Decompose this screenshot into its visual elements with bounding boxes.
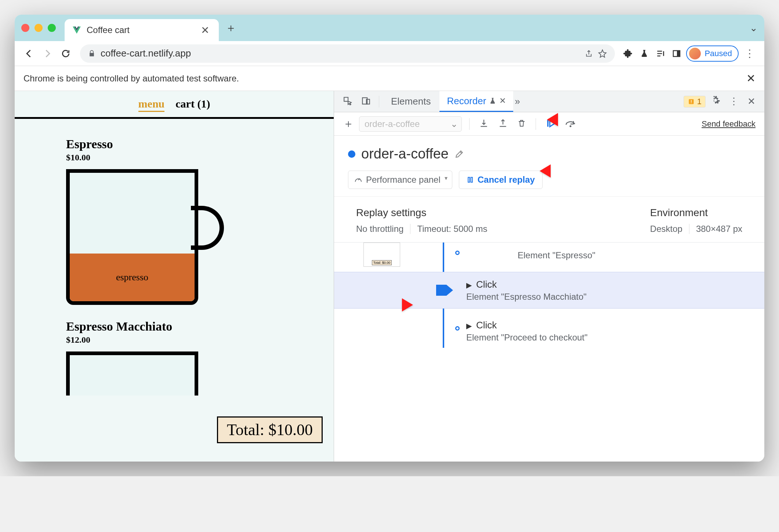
gear-icon[interactable]	[707, 95, 724, 108]
product-macchiato: Espresso Macchiato $12.00	[15, 309, 334, 396]
delete-icon[interactable]	[515, 119, 528, 129]
browser-toolbar: coffee-cart.netlify.app Paused ⋮	[15, 41, 764, 66]
back-button[interactable]	[21, 46, 37, 61]
nav-cart[interactable]: cart (1)	[175, 98, 210, 112]
devtools-menu-icon[interactable]: ⋮	[725, 96, 742, 107]
performance-panel-button[interactable]: Performance panel	[348, 171, 447, 189]
total-badge[interactable]: Total: $10.00	[217, 416, 323, 443]
more-tabs-icon[interactable]: »	[515, 96, 520, 107]
viewport-value[interactable]: 380×487 px	[689, 224, 742, 234]
side-panel-icon[interactable]	[670, 47, 683, 60]
recording-selector[interactable]: order-a-coffee	[359, 116, 462, 132]
device-value[interactable]: Desktop	[650, 224, 682, 234]
cup-fill-label: espresso	[70, 254, 195, 301]
svg-text:!: !	[691, 99, 692, 104]
pause-icon	[467, 176, 474, 183]
expand-icon[interactable]: ▶	[466, 281, 472, 289]
bookmark-star-icon[interactable]	[598, 49, 607, 58]
replay-button[interactable]	[543, 118, 558, 130]
browser-tab[interactable]: Coffee cart ✕	[65, 19, 219, 41]
step-row[interactable]: Total: $0.00 Element "Espresso"	[349, 243, 764, 272]
export-icon[interactable]	[477, 119, 491, 130]
step-marker	[455, 251, 460, 255]
environment-heading: Environment	[650, 207, 742, 219]
automation-infobar: Chrome is being controlled by automated …	[15, 66, 764, 91]
recorder-toolbar: ＋ order-a-coffee Send feedback	[334, 112, 764, 136]
tab-overflow-button[interactable]: ⌄	[750, 22, 758, 34]
reload-button[interactable]	[58, 46, 73, 61]
edit-icon[interactable]	[454, 149, 464, 159]
issues-badge[interactable]: ! 1	[684, 96, 706, 108]
flask-icon	[489, 97, 496, 105]
devtools-close-icon[interactable]: ✕	[744, 96, 759, 107]
url-text: coffee-cart.netlify.app	[101, 48, 580, 59]
content-split: menu cart (1) Espresso $10.00 espresso E…	[15, 91, 764, 462]
product-name: Espresso Macchiato	[66, 320, 334, 334]
warning-icon: !	[688, 98, 695, 105]
tab-elements[interactable]: Elements	[384, 91, 438, 112]
expand-icon[interactable]: ▶	[466, 321, 472, 330]
replay-settings-heading: Replay settings	[356, 207, 488, 219]
tab-close-icon[interactable]: ✕	[199, 24, 211, 36]
recording-steps: Total: $0.00 Element "Espresso" ▶Click E…	[334, 243, 764, 348]
forward-button[interactable]	[40, 46, 55, 61]
gauge-icon	[354, 176, 362, 184]
lock-icon	[88, 50, 95, 57]
window-maximize-button[interactable]	[48, 24, 56, 32]
timeout-value[interactable]: Timeout: 5000 ms	[410, 224, 487, 234]
reading-list-icon[interactable]	[654, 47, 667, 60]
tab-recorder[interactable]: Recorder ✕	[439, 91, 513, 112]
infobar-close-icon[interactable]: ✕	[746, 72, 756, 85]
tab-title: Coffee cart	[87, 25, 193, 35]
step-over-icon[interactable]	[563, 119, 579, 130]
devtools-panel: Elements Recorder ✕ » ! 1 ⋮ ✕ ＋	[334, 91, 764, 462]
recording-title: order-a-coffee	[361, 146, 449, 162]
step-row-active[interactable]: ▶Click Element "Espresso Macchiato"	[334, 272, 764, 309]
svg-rect-9	[471, 177, 472, 182]
step-marker	[455, 326, 460, 331]
devtools-tabs: Elements Recorder ✕ » ! 1 ⋮ ✕	[334, 91, 764, 112]
site-nav: menu cart (1)	[15, 91, 334, 119]
new-tab-button[interactable]: ＋	[225, 21, 236, 36]
device-toolbar-icon[interactable]	[358, 96, 374, 107]
extensions-icon[interactable]	[622, 47, 635, 60]
throttling-value[interactable]: No throttling	[356, 224, 403, 234]
svg-rect-8	[468, 177, 470, 182]
window-close-button[interactable]	[21, 24, 29, 32]
import-icon[interactable]	[496, 119, 510, 130]
recording-settings: Replay settings No throttling Timeout: 5…	[334, 196, 764, 243]
infobar-message: Chrome is being controlled by automated …	[23, 73, 239, 84]
new-recording-button[interactable]: ＋	[343, 116, 354, 131]
recording-status-dot	[348, 150, 355, 158]
send-feedback-link[interactable]: Send feedback	[702, 119, 756, 129]
tab-close-icon[interactable]: ✕	[499, 96, 506, 106]
product-price: $10.00	[66, 153, 334, 163]
product-name: Espresso	[66, 137, 334, 151]
nav-menu[interactable]: menu	[138, 98, 165, 112]
cancel-replay-button[interactable]: Cancel replay	[459, 171, 543, 189]
share-icon[interactable]	[585, 50, 593, 58]
svg-point-7	[570, 125, 572, 127]
performance-dropdown[interactable]: ▾	[440, 171, 452, 189]
flask-icon[interactable]	[638, 47, 651, 60]
browser-menu-button[interactable]: ⋮	[742, 47, 758, 59]
svg-rect-1	[677, 51, 680, 57]
product-espresso: Espresso $10.00 espresso	[15, 119, 334, 309]
step-thumbnail: Total: $0.00	[363, 243, 400, 267]
coffee-cup-espresso[interactable]: espresso	[66, 169, 220, 309]
traffic-lights	[21, 24, 56, 32]
coffee-cup-macchiato[interactable]	[66, 351, 220, 396]
profile-status: Paused	[704, 49, 732, 58]
product-price: $12.00	[66, 335, 334, 345]
step-element: Element "Espresso Macchiato"	[466, 292, 587, 302]
step-row[interactable]: ▶Click Element "Proceed to checkout"	[349, 309, 764, 348]
window-minimize-button[interactable]	[35, 24, 43, 32]
step-action: Click	[476, 320, 497, 331]
profile-button[interactable]: Paused	[686, 45, 739, 62]
page-viewport: menu cart (1) Espresso $10.00 espresso E…	[15, 91, 334, 462]
avatar	[689, 48, 701, 59]
titlebar: Coffee cart ✕ ＋ ⌄	[15, 15, 764, 41]
inspect-element-icon[interactable]	[339, 96, 356, 107]
browser-window: Coffee cart ✕ ＋ ⌄ coffee-cart.netlify.ap…	[15, 15, 764, 462]
omnibox[interactable]: coffee-cart.netlify.app	[80, 44, 615, 63]
